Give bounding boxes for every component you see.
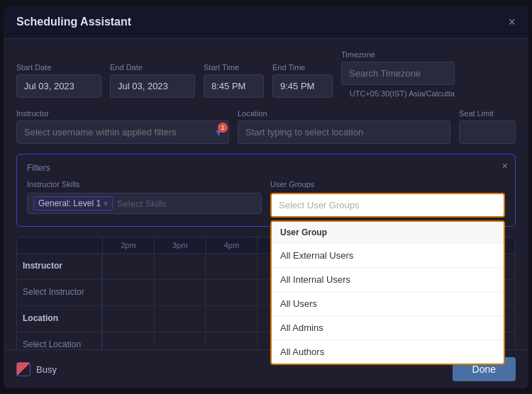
dropdown-group-header: User Group — [272, 222, 504, 244]
busy-indicator: Busy — [16, 362, 57, 376]
dropdown-item-0[interactable]: All External Users — [272, 244, 504, 268]
start-date-label: Start Date — [16, 63, 101, 72]
modal-header: Scheduling Assistant × — [4, 6, 528, 39]
cal-cell — [102, 306, 154, 332]
seat-limit-input[interactable] — [459, 120, 516, 144]
start-time-group: Start Time — [204, 63, 264, 98]
filter-count-badge: 1 — [218, 123, 228, 133]
end-time-input[interactable] — [272, 74, 333, 98]
skills-group: Instructor Skills General: Level 1 × Sel… — [27, 180, 262, 214]
cal-cell — [205, 306, 257, 332]
filters-close-button[interactable]: × — [502, 160, 508, 171]
cal-header-label — [17, 237, 102, 253]
cal-time-3pm: 3pm — [154, 237, 206, 253]
filters-title: Filters — [27, 163, 505, 173]
cal-cell — [102, 280, 154, 305]
cal-time-4pm: 4pm — [206, 237, 257, 253]
filter-icon[interactable]: ▼ 1 — [214, 127, 223, 138]
filter-badge: ▼ 1 — [214, 127, 223, 138]
skills-placeholder: Select Skills — [117, 198, 167, 209]
cal-cell — [102, 254, 154, 279]
end-time-group: End Time — [272, 63, 333, 98]
start-time-label: Start Time — [204, 63, 264, 72]
date-time-row: Start Date End Date Start Time End Time … — [16, 50, 516, 98]
timezone-group: Timezone UTC+05:30(IST) Asia/Calcutta — [341, 50, 455, 98]
start-date-group: Start Date — [16, 63, 101, 98]
user-groups-group: User Groups User Group All External User… — [270, 180, 505, 218]
cal-row-instructor-label: Instructor — [17, 254, 102, 279]
user-groups-input[interactable] — [270, 193, 505, 218]
cal-cell — [154, 254, 206, 279]
instructor-label: Instructor — [16, 109, 229, 118]
instructor-input[interactable] — [16, 120, 229, 144]
modal-body: Start Date End Date Start Time End Time … — [4, 39, 528, 380]
end-time-label: End Time — [272, 63, 333, 72]
user-groups-dropdown: User Group All External Users All Intern… — [270, 220, 505, 365]
cal-row-select-instructor-label: Select Instructor — [17, 280, 102, 305]
end-date-input[interactable] — [110, 74, 195, 98]
modal-overlay: Scheduling Assistant × Start Date End Da… — [0, 0, 532, 394]
location-top-input[interactable] — [238, 120, 450, 144]
skill-tag: General: Level 1 × — [33, 196, 113, 210]
cal-cell — [154, 306, 206, 332]
end-date-group: End Date — [110, 63, 195, 98]
scheduling-modal: Scheduling Assistant × Start Date End Da… — [4, 6, 528, 388]
timezone-input[interactable] — [341, 62, 455, 85]
cal-cell — [154, 280, 206, 305]
start-time-input[interactable] — [204, 74, 264, 98]
user-groups-label: User Groups — [270, 180, 505, 188]
instructor-group: Instructor ▼ 1 — [16, 109, 229, 144]
busy-color-box — [16, 362, 31, 376]
location-top-label: Location — [238, 109, 450, 118]
filters-row: Instructor Skills General: Level 1 × Sel… — [27, 180, 505, 218]
skill-tag-label: General: Level 1 — [38, 198, 101, 208]
close-button[interactable]: × — [508, 16, 516, 28]
filters-panel: Filters × Instructor Skills General: Lev… — [16, 154, 516, 227]
cal-time-2pm: 2pm — [102, 237, 154, 253]
cal-row-location-label: Location — [17, 306, 102, 332]
cal-cell — [205, 254, 257, 279]
dropdown-item-4[interactable]: All Authors — [272, 340, 504, 364]
modal-title: Scheduling Assistant — [16, 16, 131, 28]
skill-tag-remove[interactable]: × — [104, 200, 108, 208]
dropdown-item-1[interactable]: All Internal Users — [272, 268, 504, 292]
busy-label: Busy — [36, 364, 57, 375]
skills-label: Instructor Skills — [27, 180, 262, 188]
seat-limit-group: Seat Limit — [459, 109, 516, 144]
cal-cell — [205, 280, 257, 305]
seat-limit-label: Seat Limit — [459, 109, 516, 118]
timezone-value: UTC+05:30(IST) Asia/Calcutta — [341, 89, 455, 98]
instructor-location-row: Instructor ▼ 1 Location — [16, 109, 516, 144]
timezone-label: Timezone — [341, 50, 455, 59]
end-date-label: End Date — [110, 63, 195, 72]
location-top-group: Location — [238, 109, 450, 144]
skills-input-wrap[interactable]: General: Level 1 × Select Skills — [27, 193, 262, 214]
instructor-input-wrap: ▼ 1 — [16, 120, 229, 144]
dropdown-item-3[interactable]: All Admins — [272, 316, 504, 340]
start-date-input[interactable] — [16, 74, 101, 98]
dropdown-item-2[interactable]: All Users — [272, 292, 504, 316]
